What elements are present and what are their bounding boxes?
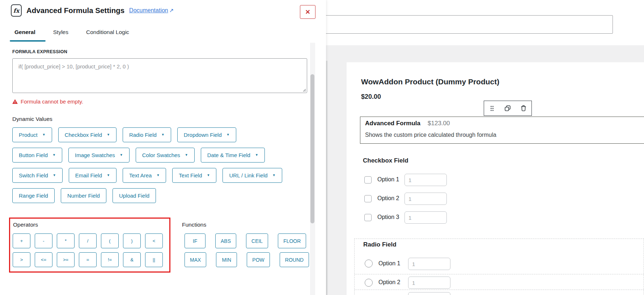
operator-greater-than[interactable]: > [13, 252, 30, 267]
external-link-icon: ↗ [169, 7, 174, 13]
warning-icon: ! [12, 99, 18, 104]
caret-down-icon: ▼ [107, 133, 110, 136]
function-ceil[interactable]: CEIL [246, 233, 268, 248]
checkbox-option-row: Option 3 [347, 211, 644, 224]
close-button[interactable]: ✕ [300, 5, 315, 19]
caret-down-icon: ▼ [53, 174, 56, 177]
option-label: Option 2 [378, 279, 400, 286]
tab-conditional-logic[interactable]: Conditional Logic [86, 29, 129, 35]
fx-icon: fx [11, 4, 22, 17]
drag-handle-icon[interactable] [487, 104, 497, 113]
caret-down-icon: ▼ [42, 133, 46, 136]
function-round[interactable]: ROUND [280, 252, 309, 267]
modal-header: fx Advanced Formula Settings Documentati… [11, 4, 174, 17]
active-tab-indicator [10, 40, 46, 42]
option-label: Option 2 [377, 195, 399, 202]
quantity-input[interactable] [404, 174, 447, 186]
advanced-formula-value: $123.00 [428, 120, 450, 127]
tab-general[interactable]: General [14, 29, 35, 35]
function-pow[interactable]: POW [247, 252, 270, 267]
dv-button-text-field[interactable]: Text Field▼ [172, 168, 216, 183]
operator-close-paren[interactable]: ) [123, 233, 141, 248]
operator-minus[interactable]: - [35, 233, 52, 248]
dynamic-values-buttons: Product▼ Checkbox Field▼ Radio Field▼ Dr… [12, 127, 282, 203]
dv-button-range-field[interactable]: Range Field [12, 188, 55, 203]
option-label: Option 3 [377, 214, 399, 220]
dv-button-color-swatches[interactable]: Color Swatches▼ [136, 148, 195, 163]
dv-button-button-field[interactable]: Button Field▼ [12, 148, 62, 163]
checkbox-option-1[interactable] [364, 176, 372, 184]
operator-divide[interactable]: / [79, 233, 97, 248]
formula-expression-textarea[interactable] [12, 58, 307, 93]
modal-scrollbar-track [310, 43, 315, 295]
advanced-formula-settings-modal: fx Advanced Formula Settings Documentati… [0, 0, 326, 295]
tab-bar: General Styles Conditional Logic [14, 29, 129, 35]
checkbox-option-row: Option 1 [347, 174, 644, 186]
close-icon: ✕ [305, 8, 310, 16]
dv-button-url-link-field[interactable]: URL / Link Field▼ [223, 168, 282, 183]
formula-expression-label: FORMULA EXPRESSION [12, 49, 67, 54]
duplicate-icon[interactable] [503, 104, 512, 113]
option-label: Option 1 [378, 260, 400, 267]
dv-button-date-time-field[interactable]: Date & Time Field▼ [201, 148, 265, 163]
radio-option-2[interactable] [365, 279, 373, 287]
caret-down-icon: ▼ [161, 133, 165, 136]
operator-less-equal[interactable]: <= [35, 252, 52, 267]
documentation-link[interactable]: Documentation [129, 7, 168, 13]
advanced-formula-title: Advanced Formula [365, 120, 420, 127]
function-min[interactable]: MIN [216, 252, 237, 267]
operator-and[interactable]: & [123, 252, 141, 267]
dv-button-checkbox-field[interactable]: Checkbox Field▼ [58, 127, 116, 142]
trash-icon[interactable] [519, 104, 528, 113]
option-label: Option 1 [377, 176, 399, 183]
radio-field-title: Radio Field [363, 241, 397, 248]
checkbox-option-2[interactable] [364, 195, 372, 202]
function-abs[interactable]: ABS [215, 233, 236, 248]
quantity-input[interactable] [408, 258, 450, 270]
operator-multiply[interactable]: * [57, 233, 75, 248]
modal-scrollbar-thumb[interactable] [310, 74, 314, 223]
caret-down-icon: ▼ [107, 174, 110, 177]
operator-open-paren[interactable]: ( [101, 233, 119, 248]
function-if[interactable]: IF [185, 233, 206, 248]
quantity-input[interactable] [404, 211, 447, 224]
dashed-separator [355, 274, 644, 274]
advanced-formula-block: Advanced Formula $123.00 Shows the custo… [360, 117, 644, 144]
checkbox-field-title: Checkbox Field [363, 157, 408, 164]
formula-error-text: Formula cannot be empty. [21, 98, 83, 105]
quantity-input[interactable] [404, 193, 447, 205]
operator-less-than[interactable]: < [145, 233, 163, 248]
caret-down-icon: ▼ [207, 174, 210, 177]
quantity-input[interactable] [408, 292, 450, 295]
caret-down-icon: ▼ [52, 153, 56, 157]
dv-button-upload-field[interactable]: Upload Field [113, 188, 156, 203]
operator-plus[interactable]: + [13, 233, 30, 248]
checkbox-option-row: Option 2 [347, 193, 644, 205]
page-divider [326, 61, 327, 295]
operator-greater-equal[interactable]: >= [57, 252, 75, 267]
modal-title: Advanced Formula Settings [26, 6, 124, 15]
operator-equals[interactable]: = [79, 252, 97, 267]
operators-label: Operators [13, 222, 38, 228]
caret-down-icon: ▼ [255, 153, 258, 157]
dv-button-text-area[interactable]: Text Area▼ [123, 168, 166, 183]
dv-button-dropdown-field[interactable]: Dropdown Field▼ [177, 127, 236, 142]
product-title: WowAddon Product (Dummy Product) [361, 77, 499, 86]
dv-button-email-field[interactable]: Email Field▼ [69, 168, 116, 183]
dv-button-number-field[interactable]: Number Field [61, 188, 106, 203]
function-max[interactable]: MAX [185, 252, 206, 267]
caret-down-icon: ▼ [156, 174, 160, 177]
tab-styles[interactable]: Styles [53, 29, 68, 35]
dv-button-product[interactable]: Product▼ [12, 127, 52, 142]
dv-button-switch-field[interactable]: Switch Field▼ [12, 168, 63, 183]
quantity-input[interactable] [408, 277, 450, 289]
checkbox-option-3[interactable] [364, 214, 372, 221]
dashed-separator [355, 290, 644, 290]
dv-button-image-swatches[interactable]: Image Swatches▼ [68, 148, 130, 163]
function-floor[interactable]: FLOOR [278, 233, 306, 248]
caret-down-icon: ▼ [120, 153, 123, 157]
dv-button-radio-field[interactable]: Radio Field▼ [123, 127, 171, 142]
radio-option-1[interactable] [365, 260, 373, 267]
operator-or[interactable]: || [145, 252, 163, 267]
operator-not-equal[interactable]: != [101, 252, 119, 267]
